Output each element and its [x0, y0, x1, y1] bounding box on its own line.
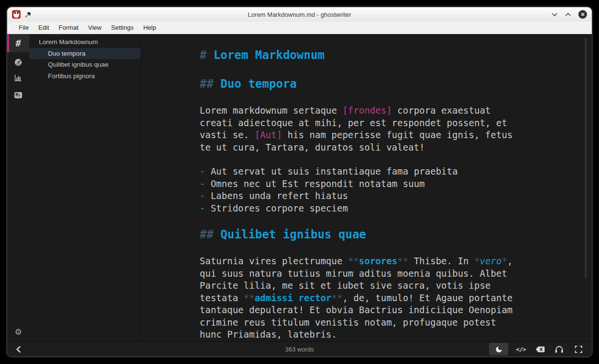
menu-help[interactable]: Help [138, 22, 161, 34]
tab-outline[interactable]: # [7, 34, 29, 52]
hemingway-mode-toggle[interactable] [533, 343, 547, 355]
minimize-button[interactable] [551, 12, 558, 17]
md-block-p: Saturnia vires plectrumque **sorores** T… [200, 255, 592, 341]
window-title: Lorem Markdownum.md - ghostwriter [7, 11, 592, 18]
markdown-icon: M↓ [14, 92, 23, 98]
menu-settings[interactable]: Settings [106, 22, 138, 34]
bar-chart-icon [14, 73, 23, 82]
md-block-h2: ## Duo tempora [200, 77, 592, 91]
headphones-icon [555, 345, 563, 353]
chevron-left-icon [16, 346, 21, 353]
outline-item[interactable]: Lorem Markdownum [29, 36, 141, 48]
md-block-h2: ## Quilibet ignibus quae [200, 228, 592, 241]
tab-document-statistics[interactable] [7, 70, 29, 85]
gauge-icon [14, 58, 23, 67]
editor-pane[interactable]: # Lorem Markdownum## Duo temporaLorem ma… [141, 34, 592, 341]
ghostwriter-window: Lorem Markdownum.md - ghostwriter ✕ File… [7, 7, 592, 357]
outline-item[interactable]: Duo tempora [29, 48, 141, 59]
document[interactable]: # Lorem Markdownum## Duo temporaLorem ma… [141, 34, 592, 341]
md-block-ul: - Aut servat ut suis instantiaque fama p… [200, 165, 592, 214]
fullscreen-toggle[interactable] [572, 343, 585, 355]
content-area: # M↓ ⚙ Lor [7, 34, 592, 341]
code-icon: </> [516, 346, 526, 353]
tab-session-statistics[interactable] [7, 55, 29, 70]
outline-item[interactable]: Quilibet ignibus quae [29, 59, 141, 70]
md-block-h1: # Lorem Markdownum [200, 48, 592, 62]
app-icon [12, 10, 21, 19]
backspace-icon [535, 346, 545, 353]
tab-cheat-sheet[interactable]: M↓ [7, 88, 29, 102]
menu-format[interactable]: Format [54, 22, 83, 34]
close-button[interactable]: ✕ [578, 10, 587, 19]
maximize-button[interactable] [565, 12, 571, 17]
settings-gear-button[interactable]: ⚙ [7, 325, 29, 339]
html-preview-toggle[interactable]: </> [514, 343, 527, 355]
pin-icon [25, 11, 32, 18]
sidebar-tab-strip: # M↓ ⚙ [7, 34, 29, 341]
status-bar: 363 words </> [7, 341, 592, 356]
md-block-p: Lorem markdownum sertaque [frondes] corp… [200, 105, 592, 153]
menu-bar: FileEditFormatViewSettingsHelp [7, 22, 592, 34]
title-bar: Lorem Markdownum.md - ghostwriter ✕ [7, 7, 592, 22]
focus-mode-toggle[interactable] [552, 343, 566, 355]
hide-sidebar-button[interactable] [16, 346, 21, 353]
menu-view[interactable]: View [84, 22, 107, 34]
moon-icon [495, 345, 503, 353]
fullscreen-icon [575, 345, 583, 353]
menu-edit[interactable]: Edit [34, 22, 54, 34]
outline-panel: Lorem MarkdownumDuo temporaQuilibet igni… [29, 34, 141, 341]
dark-mode-toggle[interactable] [489, 343, 508, 355]
menu-file[interactable]: File [14, 22, 34, 34]
editor-scrollbar[interactable] [585, 38, 587, 278]
outline-item[interactable]: Fortibus pignora [29, 70, 141, 82]
